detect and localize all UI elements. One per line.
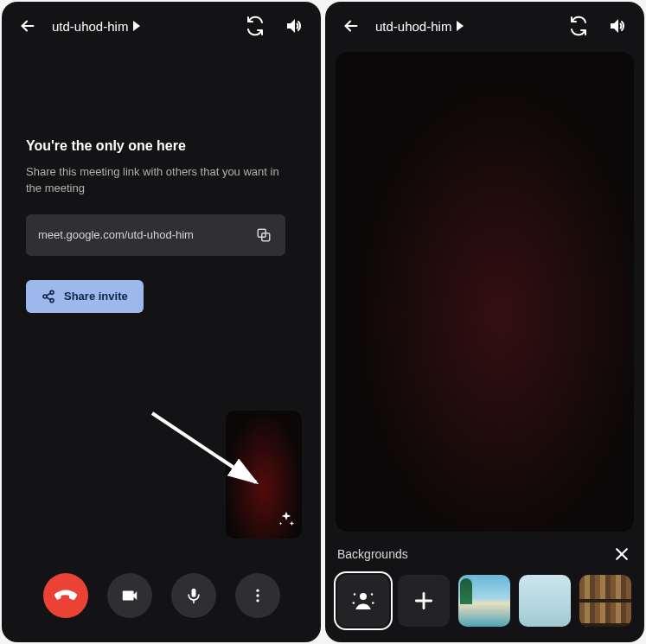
call-controls (2, 573, 321, 642)
background-option-none[interactable] (337, 575, 389, 627)
svg-point-11 (256, 599, 259, 602)
mic-toggle-button[interactable] (171, 573, 216, 618)
back-icon[interactable] (339, 14, 363, 38)
backgrounds-title: Backgrounds (337, 547, 408, 561)
svg-point-9 (256, 590, 259, 592)
header: utd-uhod-him (2, 2, 321, 52)
header-actions (243, 14, 307, 38)
back-icon[interactable] (16, 14, 40, 38)
screen-backgrounds: utd-uhod-him Backgrounds (325, 2, 644, 642)
only-one-title: You're the only one here (26, 138, 297, 154)
background-option-blur[interactable] (519, 575, 571, 627)
effects-icon[interactable] (276, 509, 297, 530)
svg-point-14 (360, 593, 367, 600)
switch-camera-icon[interactable] (566, 14, 591, 38)
meeting-link-row: meet.google.com/utd-uhod-him (26, 214, 285, 256)
close-icon[interactable] (611, 544, 632, 564)
background-option-books[interactable] (579, 575, 631, 627)
meeting-link-text: meet.google.com/utd-uhod-him (38, 228, 194, 241)
svg-point-15 (354, 593, 356, 596)
svg-line-5 (47, 293, 51, 296)
end-call-button[interactable] (43, 573, 88, 618)
header-actions (566, 14, 630, 38)
camera-toggle-button[interactable] (107, 573, 152, 618)
share-invite-button[interactable]: Share invite (26, 280, 144, 313)
more-options-button[interactable] (235, 573, 280, 618)
share-description: Share this meeting link with others that… (26, 164, 294, 197)
svg-point-16 (371, 593, 374, 596)
background-options (337, 575, 632, 627)
share-icon (42, 290, 55, 303)
background-option-add[interactable] (398, 575, 450, 627)
screen-meeting-empty: utd-uhod-him You're the only one here Sh… (2, 2, 321, 642)
svg-point-17 (353, 602, 355, 604)
meeting-code-button[interactable]: utd-uhod-him (375, 19, 554, 34)
backgrounds-header: Backgrounds (337, 544, 632, 564)
self-video-tile[interactable] (226, 411, 302, 539)
switch-camera-icon[interactable] (243, 14, 267, 38)
speaker-icon[interactable] (283, 14, 307, 38)
svg-line-6 (47, 297, 51, 300)
main-video-preview (336, 52, 634, 532)
svg-point-18 (372, 602, 374, 604)
meeting-code-button[interactable]: utd-uhod-him (52, 19, 231, 34)
chevron-right-icon (457, 21, 464, 31)
copy-icon[interactable] (254, 226, 273, 245)
background-option-beach[interactable] (458, 575, 510, 627)
share-invite-label: Share invite (64, 290, 128, 303)
chevron-right-icon (133, 21, 140, 31)
header: utd-uhod-him (325, 2, 644, 52)
speaker-icon[interactable] (606, 14, 630, 38)
backgrounds-panel: Backgrounds (325, 532, 644, 642)
meeting-code-text: utd-uhod-him (375, 19, 451, 34)
svg-point-10 (256, 594, 259, 596)
meeting-code-text: utd-uhod-him (52, 19, 128, 34)
